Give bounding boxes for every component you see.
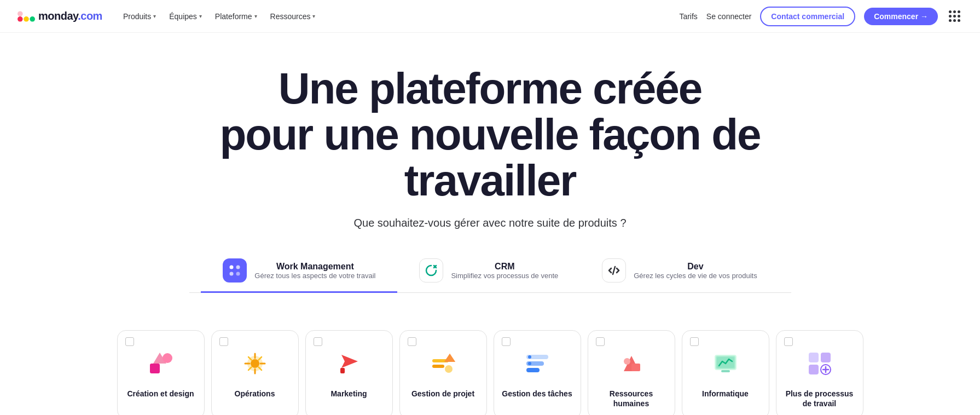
svg-marker-13 [341,355,358,368]
svg-rect-14 [340,368,345,373]
hero-subtitle: Que souhaitez-vous gérer avec notre suit… [22,217,958,229]
ressources-humaines-icon [614,346,649,381]
tab-work-management[interactable]: Work Management Gérez tous les aspects d… [201,250,397,293]
svg-point-24 [528,362,531,365]
tab-work-desc: Gérez tous les aspects de votre travail [254,272,375,280]
svg-point-25 [528,368,531,372]
card-marketing-label: Marketing [330,389,367,399]
operations-icon [237,346,272,381]
logo[interactable]: monday.com [18,10,102,22]
tab-dev[interactable]: Dev Gérez les cycles de vie de vos produ… [580,250,779,293]
card-plus-label: Plus de processus de travail [783,389,856,408]
tab-dev-desc: Gérez les cycles de vie de vos produits [634,272,757,280]
dev-icon [602,258,626,283]
start-button[interactable]: Commencer → [864,8,938,25]
nav-ressources[interactable]: Ressources ▾ [265,9,321,24]
svg-rect-16 [432,365,444,368]
svg-point-5 [236,266,240,269]
svg-marker-18 [444,354,455,362]
nav-left: monday.com Produits ▾ Équipes ▾ Platefor… [18,9,321,24]
card-informatique-label: Informatique [702,389,749,399]
nav-tarifs[interactable]: Tarifs [679,12,697,21]
card-checkbox[interactable] [596,337,605,346]
card-operations[interactable]: Opérations [211,330,299,415]
nav-connect[interactable]: Se connecter [706,12,752,21]
card-operations-label: Opérations [235,389,275,399]
nav-equipes[interactable]: Équipes ▾ [164,9,207,24]
tab-crm-title: CRM [451,262,558,272]
card-creation-label: Création et design [127,389,194,399]
card-creation[interactable]: Création et design [117,330,205,415]
logo-text: monday.com [38,10,102,22]
nav-links: Produits ▾ Équipes ▾ Plateforme ▾ Ressou… [118,9,321,24]
svg-point-6 [230,272,234,276]
card-ressources-humaines[interactable]: Ressources humaines [588,330,675,415]
crm-icon [419,258,443,283]
card-gestion-projet[interactable]: Gestion de projet [399,330,487,415]
chevron-icon: ▾ [199,13,202,19]
card-plus[interactable]: Plus de processus de travail [776,330,863,415]
contact-button[interactable]: Contact commercial [760,7,855,26]
svg-rect-35 [809,365,819,374]
chevron-icon: ▾ [153,13,156,19]
svg-point-7 [236,272,240,276]
card-gestion-taches-label: Gestion des tâches [502,389,572,399]
svg-point-19 [445,365,453,373]
card-checkbox[interactable] [408,337,416,346]
card-informatique[interactable]: Informatique [682,330,769,415]
gestion-taches-icon [520,346,555,381]
marketing-icon [332,346,367,381]
chevron-icon: ▾ [312,13,315,19]
tab-dev-title: Dev [634,262,757,272]
tab-work-title: Work Management [254,262,375,272]
logo-icon [18,11,35,22]
nav-right: Tarifs Se connecter Contact commercial C… [679,7,962,26]
card-checkbox[interactable] [314,337,322,346]
svg-rect-27 [631,364,640,371]
gestion-projet-icon [426,346,461,381]
apps-grid-icon[interactable] [947,8,962,24]
card-checkbox[interactable] [125,337,134,346]
svg-rect-33 [809,353,819,362]
cards-grid: Création et design Opérations [107,330,873,415]
navbar: monday.com Produits ▾ Équipes ▾ Platefor… [0,0,980,33]
svg-rect-32 [721,370,730,372]
nav-plateforme[interactable]: Plateforme ▾ [210,9,263,24]
card-gestion-taches[interactable]: Gestion des tâches [494,330,581,415]
informatique-icon [708,346,743,381]
card-gestion-projet-label: Gestion de projet [411,389,474,399]
svg-rect-8 [150,364,160,373]
tab-crm-desc: Simplifiez vos processus de vente [451,272,558,280]
card-ressources-humaines-label: Ressources humaines [595,389,668,408]
card-checkbox[interactable] [502,337,511,346]
hero-title: Une plateforme créée pour une nouvelle f… [189,66,791,204]
svg-point-10 [163,353,172,363]
plus-icon [802,346,837,381]
svg-point-12 [251,359,259,368]
feature-cards-section: Création et design Opérations [0,315,980,415]
hero-section: Une plateforme créée pour une nouvelle f… [0,33,980,315]
card-checkbox[interactable] [784,337,793,346]
card-checkbox[interactable] [219,337,228,346]
product-tabs: Work Management Gérez tous les aspects d… [189,249,791,293]
svg-point-2 [30,16,35,22]
svg-point-4 [230,266,234,269]
logo-suffix: .com [78,10,102,22]
svg-rect-34 [821,353,831,362]
work-management-icon [223,258,247,283]
nav-produits[interactable]: Produits ▾ [118,9,161,24]
svg-point-0 [18,16,23,22]
tab-crm[interactable]: CRM Simplifiez vos processus de vente [397,250,580,293]
chevron-icon: ▾ [254,13,257,19]
svg-point-23 [528,355,531,359]
card-marketing[interactable]: Marketing [305,330,393,415]
svg-point-28 [624,358,630,365]
creation-icon [143,346,178,381]
card-checkbox[interactable] [690,337,699,346]
svg-point-3 [18,11,23,16]
svg-point-1 [24,16,29,22]
